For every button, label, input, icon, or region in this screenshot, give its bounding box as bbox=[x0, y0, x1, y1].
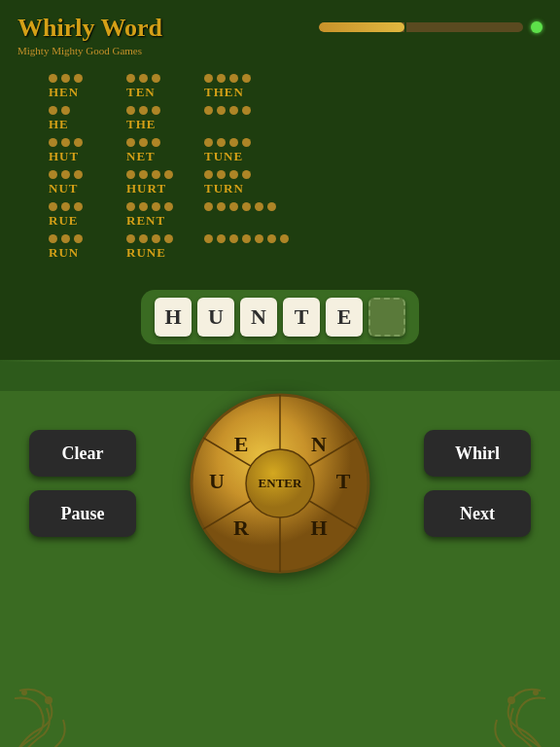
word-row: HE bbox=[49, 106, 70, 132]
progress-dot bbox=[531, 21, 542, 33]
word-label: HUT bbox=[49, 149, 79, 164]
word-row: RUE bbox=[49, 202, 83, 229]
current-word-container: H U N T E bbox=[0, 290, 560, 344]
wheel-letter-t[interactable]: T bbox=[336, 469, 351, 493]
wheel-container[interactable]: E N U T R H ENTER bbox=[188, 391, 372, 576]
word-row: RENT bbox=[126, 202, 173, 229]
game-title: Whirly Word bbox=[18, 14, 162, 43]
word-row: HUT bbox=[49, 138, 83, 164]
progress-bar-container bbox=[319, 21, 542, 33]
word-label: RUNE bbox=[126, 245, 166, 261]
word-row: NET bbox=[126, 138, 160, 164]
flourish-right bbox=[443, 681, 560, 747]
word-row: HURT bbox=[126, 170, 173, 196]
top-section: Whirly Word Mighty Mighty Good Games HEN… bbox=[0, 0, 560, 360]
wheel-svg[interactable]: E N U T R H ENTER bbox=[188, 391, 372, 576]
word-label: HEN bbox=[49, 85, 79, 100]
flourish-left bbox=[0, 681, 117, 747]
wheel-letter-u[interactable]: U bbox=[209, 469, 225, 493]
letter-tile-h: H bbox=[155, 298, 192, 337]
clear-button[interactable]: Clear bbox=[29, 430, 136, 477]
word-row: RUN bbox=[49, 234, 83, 261]
whirl-button[interactable]: Whirl bbox=[424, 430, 531, 477]
word-label: ??????? bbox=[204, 245, 256, 261]
word-label: ?????? bbox=[204, 213, 248, 229]
word-label: TUNE bbox=[204, 149, 243, 164]
letter-tile-e: E bbox=[326, 298, 363, 337]
word-grid: HEN HE HUT NUT RUE RUN bbox=[0, 56, 560, 267]
divider-line bbox=[0, 360, 560, 362]
letter-tile-empty bbox=[368, 298, 405, 337]
controls-area: Clear Pause bbox=[0, 391, 560, 576]
word-column-3: THEN ???? TUNE TURN ?????? ??????? bbox=[204, 74, 289, 267]
svg-point-10 bbox=[508, 697, 514, 703]
left-buttons: Clear Pause bbox=[29, 430, 136, 537]
letter-tile-t: T bbox=[283, 298, 320, 337]
svg-point-9 bbox=[22, 691, 26, 694]
word-row: TUNE bbox=[204, 138, 251, 164]
word-label: THEN bbox=[204, 85, 244, 100]
next-button[interactable]: Next bbox=[424, 490, 531, 537]
word-label: TEN bbox=[126, 85, 156, 100]
wheel-letter-r[interactable]: R bbox=[233, 516, 250, 540]
wheel-letter-h[interactable]: H bbox=[310, 516, 327, 540]
word-column-1: HEN HE HUT NUT RUE RUN bbox=[49, 74, 126, 267]
svg-point-8 bbox=[46, 697, 52, 703]
word-label: THE bbox=[126, 117, 156, 132]
word-row: NUT bbox=[49, 170, 83, 196]
letter-tile-n: N bbox=[240, 298, 277, 337]
header: Whirly Word Mighty Mighty Good Games bbox=[0, 0, 560, 56]
word-row: TURN bbox=[204, 170, 251, 196]
word-label: HURT bbox=[126, 181, 166, 196]
word-label: RENT bbox=[126, 213, 165, 229]
word-label: ???? bbox=[204, 117, 233, 132]
word-row: THE bbox=[126, 106, 160, 132]
title-block: Whirly Word Mighty Mighty Good Games bbox=[18, 14, 162, 56]
word-label: HE bbox=[49, 117, 69, 132]
word-row: RUNE bbox=[126, 234, 173, 261]
letter-tile-u: U bbox=[197, 298, 234, 337]
word-column-2: TEN THE NET HURT RENT RUNE bbox=[126, 74, 204, 267]
progress-bar-fill bbox=[319, 22, 404, 32]
bottom-section: Clear Pause bbox=[0, 391, 560, 747]
wheel-enter-label[interactable]: ENTER bbox=[259, 476, 302, 490]
word-label: NET bbox=[126, 149, 156, 164]
word-label: RUN bbox=[49, 245, 79, 261]
progress-bar bbox=[319, 22, 523, 32]
word-row: THEN bbox=[204, 74, 251, 100]
svg-point-11 bbox=[534, 691, 538, 694]
word-row: ???? bbox=[204, 106, 251, 132]
progress-bar-notch bbox=[404, 22, 406, 32]
word-row: ??????? bbox=[204, 234, 289, 261]
current-word-box: H U N T E bbox=[141, 290, 419, 344]
word-label: TURN bbox=[204, 181, 244, 196]
word-label: RUE bbox=[49, 213, 78, 229]
word-row: HEN bbox=[49, 74, 83, 100]
word-row: TEN bbox=[126, 74, 160, 100]
right-buttons: Whirl Next bbox=[424, 430, 531, 537]
word-label: NUT bbox=[49, 181, 78, 196]
game-subtitle: Mighty Mighty Good Games bbox=[18, 45, 162, 56]
wheel-letter-n[interactable]: N bbox=[311, 432, 327, 456]
pause-button[interactable]: Pause bbox=[29, 490, 136, 537]
wheel-letter-e[interactable]: E bbox=[234, 432, 249, 456]
word-row: ?????? bbox=[204, 202, 276, 229]
